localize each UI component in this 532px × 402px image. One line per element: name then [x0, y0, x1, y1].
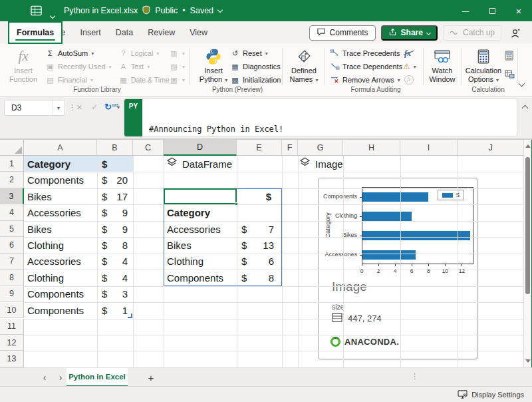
- fill-handle[interactable]: [235, 202, 238, 206]
- display-settings-button[interactable]: Display Settings: [458, 387, 524, 402]
- cell-B8[interactable]: $4: [97, 270, 133, 286]
- trace-dependents-button[interactable]: Trace Dependents: [329, 60, 404, 73]
- cell-A3[interactable]: Bikes: [24, 188, 97, 204]
- row-header-8[interactable]: 8: [0, 270, 24, 286]
- cell-A7[interactable]: Accessories: [24, 254, 97, 270]
- show-formulas-button[interactable]: fx: [403, 47, 412, 60]
- col-header-G[interactable]: G: [298, 140, 343, 156]
- python-initialization-button[interactable]: ▩ Initialization: [229, 73, 282, 87]
- tab-review[interactable]: Review: [140, 21, 182, 44]
- python-diagnostics-button[interactable]: ▦ Diagnostics: [229, 60, 282, 73]
- watch-window-button[interactable]: Watch Window: [426, 47, 459, 85]
- row-header-10[interactable]: 10: [0, 302, 24, 318]
- row-header-13[interactable]: 13: [0, 351, 24, 367]
- cell-A5[interactable]: Bikes: [24, 221, 97, 237]
- formula-code[interactable]: #Announcing Python in Excel! DataFrame=x…: [142, 99, 352, 136]
- row-header-9[interactable]: 9: [0, 286, 24, 302]
- cell-B3[interactable]: $17: [97, 188, 133, 204]
- calculation-options-button[interactable]: Calculation Options ▾: [464, 47, 503, 85]
- error-checking-button[interactable]: ⚠ ▾: [402, 60, 418, 73]
- row-header-11[interactable]: 11: [0, 319, 24, 335]
- cell-A9[interactable]: Components: [24, 286, 97, 302]
- insert-python-button[interactable]: Insert Python ▾: [196, 47, 231, 85]
- recalculate-chevron-icon[interactable]: ▾: [117, 104, 120, 110]
- scroll-down-icon[interactable]: [525, 359, 531, 363]
- maximize-button[interactable]: [479, 0, 505, 21]
- remove-arrows-button[interactable]: Remove Arrows ▾: [329, 73, 402, 87]
- insert-function-button[interactable]: fx Insert Function: [5, 47, 41, 85]
- col-header-J[interactable]: J: [458, 140, 524, 156]
- math-trig-button[interactable]: ▨ ▾: [168, 60, 186, 73]
- col-header-B[interactable]: B: [97, 140, 133, 156]
- comments-button[interactable]: Comments: [309, 25, 376, 41]
- calculate-sheet-button[interactable]: [503, 68, 516, 81]
- calculate-now-button[interactable]: [503, 49, 515, 63]
- active-cell[interactable]: [164, 188, 237, 204]
- autosum-button[interactable]: Σ AutoSum ▾: [44, 47, 95, 60]
- quick-access-chevron-icon[interactable]: [51, 9, 55, 13]
- cell-D6[interactable]: Bikes: [164, 237, 237, 253]
- cell-A1[interactable]: Category: [24, 156, 97, 172]
- recalculate-icon[interactable]: ↻123: [104, 102, 118, 112]
- select-all-corner[interactable]: [0, 140, 24, 156]
- dataframe-card-label[interactable]: DataFrame: [166, 156, 232, 172]
- cell-B7[interactable]: $4: [97, 254, 133, 270]
- cell-B5[interactable]: $9: [97, 221, 133, 237]
- minimize-button[interactable]: —: [452, 0, 479, 21]
- cell-E5[interactable]: $7: [237, 221, 282, 237]
- cell-A4[interactable]: Accessories: [24, 204, 97, 220]
- cancel-entry-icon[interactable]: ×: [76, 101, 82, 112]
- row-header-12[interactable]: 12: [0, 335, 24, 351]
- cell-E3[interactable]: $: [237, 188, 282, 204]
- cell-E7[interactable]: $6: [237, 254, 282, 270]
- share-button[interactable]: Share: [381, 25, 438, 41]
- cell-D8[interactable]: Components: [164, 270, 237, 286]
- trace-precedents-button[interactable]: Trace Precedents: [329, 47, 401, 60]
- tab-data[interactable]: Data: [108, 21, 140, 44]
- cell-D5[interactable]: Accessories: [164, 221, 237, 237]
- formula-bar-options-icon[interactable]: ⋮: [68, 103, 76, 112]
- python-reset-button[interactable]: ↺ Reset ▾: [229, 47, 269, 60]
- cell-E8[interactable]: $8: [237, 270, 282, 286]
- vertical-scrollbar[interactable]: [523, 140, 531, 367]
- more-functions-button[interactable]: ▧ ▾: [168, 73, 186, 87]
- col-header-F[interactable]: F: [282, 140, 298, 156]
- row-header-2[interactable]: 2: [0, 172, 24, 188]
- tab-insert[interactable]: Insert: [73, 21, 108, 44]
- tab-view[interactable]: View: [182, 21, 215, 44]
- tab-formulas[interactable]: Formulas: [8, 21, 63, 44]
- evaluate-formula-button[interactable]: fx: [403, 73, 415, 87]
- col-header-H[interactable]: H: [343, 140, 400, 156]
- cell-A10[interactable]: Components: [24, 302, 97, 318]
- cell-B2[interactable]: $20: [97, 172, 133, 188]
- collapse-formula-bar-icon[interactable]: [522, 105, 529, 112]
- scrollbar-thumb[interactable]: [525, 157, 530, 294]
- col-header-D[interactable]: D: [164, 140, 237, 156]
- row-header-5[interactable]: 5: [0, 221, 24, 237]
- lookup-reference-button[interactable]: ▥ ▾: [168, 47, 186, 60]
- add-sheet-button[interactable]: +: [144, 368, 158, 387]
- cell-B4[interactable]: $9: [97, 204, 133, 220]
- cell-D7[interactable]: Clothing: [164, 254, 237, 270]
- recently-used-button[interactable]: ▣ Recently Used ▾: [44, 60, 113, 73]
- formula-input[interactable]: PY #Announcing Python in Excel! DataFram…: [124, 99, 517, 137]
- name-box[interactable]: D3 ▾: [4, 100, 65, 116]
- col-header-E[interactable]: E: [237, 140, 282, 156]
- col-header-I[interactable]: I: [400, 140, 458, 156]
- col-header-C[interactable]: C: [133, 140, 164, 156]
- sheet-scroll-grip[interactable]: ⋮: [411, 372, 418, 381]
- text-button[interactable]: A Text ▾: [117, 60, 151, 73]
- image-card-label[interactable]: Image: [299, 156, 343, 172]
- cell-A6[interactable]: Clothing: [24, 237, 97, 253]
- scroll-up-icon[interactable]: [525, 144, 531, 148]
- next-sheet-icon[interactable]: ›: [55, 368, 66, 387]
- cell-B9[interactable]: $3: [97, 286, 133, 302]
- excel-app-icon[interactable]: [31, 5, 42, 19]
- collapse-ribbon-icon[interactable]: [519, 81, 525, 87]
- logical-button[interactable]: ? Logical ▾: [117, 47, 160, 60]
- defined-names-button[interactable]: Defined Names ▾: [286, 47, 322, 85]
- cell-A8[interactable]: Clothing: [24, 270, 97, 286]
- row-header-7[interactable]: 7: [0, 254, 24, 270]
- cell-E6[interactable]: $13: [237, 237, 282, 253]
- cell-B6[interactable]: $8: [97, 237, 133, 253]
